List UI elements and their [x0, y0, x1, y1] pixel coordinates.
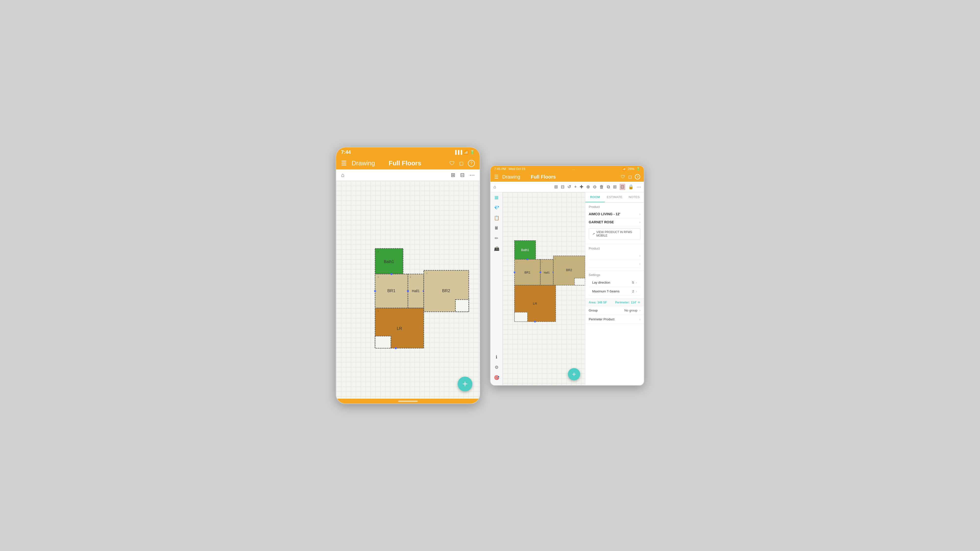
tablet-home-icon[interactable]: ⌂ [493, 184, 496, 189]
phone1-bottom-bar [336, 399, 480, 403]
tablet-status-center: ... [572, 167, 575, 171]
lay-direction-label: Lay direction [592, 281, 610, 284]
max-tseams-value: 2 [632, 289, 634, 293]
external-link-icon: ↗ [592, 232, 595, 236]
max-tseams-row[interactable]: Maximum T-Seams 2 › [589, 287, 640, 296]
svg-point-7 [374, 290, 376, 292]
product-line1-row[interactable]: AIMCO LIVING - 12' › [589, 210, 640, 218]
eye-icon[interactable]: 👁 [638, 301, 640, 304]
phone1-floor-plan: Bath1 ↓ BR1 ↓ Hall1 ↓ BR2 ↓ [336, 181, 480, 399]
tablet-header-icons: 🛡 ◻ ? [621, 174, 640, 179]
tablet-battery-icon: 🔋 [636, 167, 640, 171]
group-label: Group [589, 308, 598, 312]
svg-text:↓: ↓ [555, 257, 556, 260]
empty-row2[interactable]: › [589, 260, 640, 268]
empty-row1[interactable]: › [589, 252, 640, 260]
view-product-button[interactable]: ↗ VIEW PRODUCT IN RFMS MOBILE [589, 228, 640, 240]
tablet-sidebar: ▦ 💎 📋 🖩 ✏ 📠 ℹ ⚙ 🎯 [490, 192, 503, 385]
group-value: No group [624, 308, 637, 312]
tablet-delete-icon[interactable]: 🗑 [600, 184, 604, 189]
tablet-floor-plan-svg: Bath1 ↓ BR1 ↓ Hall1 ↓ BR2 [503, 192, 585, 385]
area-value: 348 SF [597, 301, 607, 304]
help-icon[interactable]: ? [468, 160, 475, 167]
product-section2: Product › › [585, 244, 644, 271]
perimeter-value: 114' [631, 301, 636, 304]
tablet-lock-icon[interactable]: 🔒 [628, 184, 633, 189]
perimeter-product-row[interactable]: Perimeter Product › [585, 315, 644, 324]
product-line1-arrow: › [639, 212, 640, 216]
tablet-highlight-icon[interactable]: ⊡ [620, 184, 625, 190]
svg-text:BR1: BR1 [525, 271, 530, 274]
tablet-select-icon[interactable]: ⊞ [554, 184, 558, 189]
tablet-grid-icon[interactable]: ⊞ [613, 184, 617, 189]
tablet-fab[interactable]: + [568, 368, 580, 380]
perimeter-product-arrow: › [640, 318, 640, 321]
tablet-date: Wed Oct 23 [508, 167, 525, 171]
tablet-select-group-icon[interactable]: ⊟ [561, 184, 565, 189]
tablet-status-right: 📶 26% 🔋 [622, 167, 640, 171]
product-line2-row[interactable]: GARNET ROSE › [589, 218, 640, 226]
battery-icon: 🔋 [470, 150, 475, 154]
more-icon[interactable]: ⋯ [469, 172, 475, 178]
svg-point-21 [395, 347, 397, 349]
svg-text:BR2: BR2 [566, 268, 572, 272]
tablet-cube-icon[interactable]: ◻ [628, 174, 632, 179]
tablet-shield-icon[interactable]: 🛡 [621, 175, 625, 179]
product-section: Product AIMCO LIVING - 12' › GARNET ROSE… [585, 203, 644, 244]
product-line1: AIMCO LIVING - 12' [589, 212, 620, 216]
lay-direction-value: S [632, 281, 634, 284]
max-tseams-arrow: › [636, 289, 637, 293]
sidebar-calc-icon[interactable]: 🖩 [495, 225, 499, 231]
tablet-main: ▦ 💎 📋 🖩 ✏ 📠 ℹ ⚙ 🎯 Bath1 ↓ [490, 192, 644, 385]
svg-text:BR2: BR2 [442, 289, 450, 293]
svg-text:↓: ↓ [541, 260, 542, 263]
tablet-help-icon[interactable]: ? [635, 174, 640, 179]
tablet-sidebar-bottom: ℹ ⚙ 🎯 [494, 354, 499, 383]
tab-room[interactable]: ROOM [585, 192, 605, 202]
sidebar-settings-icon[interactable]: ⚙ [495, 365, 499, 370]
product-section2-title: Product [589, 247, 640, 250]
product-section-title: Product [589, 205, 640, 209]
sidebar-clipboard-icon[interactable]: 📋 [494, 215, 499, 221]
lay-direction-row[interactable]: Lay direction S › [589, 278, 640, 287]
tablet-copy-down-icon[interactable]: ⊖ [593, 184, 597, 189]
panel-tabs: ROOM ESTIMATE NOTES [585, 192, 644, 203]
tablet-add-icon[interactable]: + [574, 184, 577, 189]
sidebar-edit-icon[interactable]: ✏ [495, 236, 498, 241]
phone1-time: 7:44 [341, 149, 351, 155]
tablet-copy-up-icon[interactable]: ⊕ [586, 184, 590, 189]
home-icon[interactable]: ⌂ [341, 172, 344, 178]
tablet-add-room-icon[interactable]: ✚ [580, 184, 583, 189]
select-all-icon[interactable]: ⊞ [451, 172, 455, 178]
tablet-duplicate-icon[interactable]: ⧉ [607, 184, 610, 189]
tab-estimate[interactable]: ESTIMATE [605, 192, 625, 202]
home-indicator [398, 401, 418, 402]
tablet-time: 7:45 PM [494, 167, 506, 171]
sidebar-target-icon[interactable]: 🎯 [494, 375, 499, 380]
shield-icon[interactable]: 🛡 [449, 160, 455, 167]
tablet-more-icon[interactable]: ⋯ [636, 184, 641, 189]
select-group-icon[interactable]: ⊟ [460, 172, 465, 178]
sidebar-print-icon[interactable]: 📠 [494, 246, 499, 251]
tablet-battery: 26% [628, 167, 634, 171]
svg-text:↓: ↓ [410, 275, 411, 278]
tab-notes[interactable]: NOTES [624, 192, 644, 202]
phone1-status-icons: ▐▐▐ 📶 🔋 [454, 150, 475, 154]
phone1-menu-icon[interactable]: ☰ [341, 159, 347, 167]
sidebar-layers-icon[interactable]: ▦ [495, 195, 499, 200]
area-label: Area: [589, 301, 596, 304]
svg-point-29 [514, 272, 515, 273]
tablet-menu-icon[interactable]: ☰ [494, 174, 499, 180]
cube-icon[interactable]: ◻ [459, 160, 463, 167]
sidebar-info-icon[interactable]: ℹ [496, 354, 497, 360]
group-row[interactable]: Group No group › [585, 306, 644, 315]
svg-text:Hall1: Hall1 [544, 271, 549, 274]
tablet-status-left: 7:45 PM Wed Oct 23 [494, 167, 525, 171]
sidebar-materials-icon[interactable]: 💎 [494, 205, 499, 210]
svg-text:LR: LR [397, 326, 402, 331]
phone1-app-header: ☰ Drawing Full Floors 🛡 ◻ ? [336, 157, 480, 170]
svg-rect-20 [375, 336, 391, 348]
tablet-undo-icon[interactable]: ↺ [568, 184, 571, 189]
phone1-fab[interactable]: + [458, 376, 473, 391]
tablet-separator [525, 175, 526, 179]
